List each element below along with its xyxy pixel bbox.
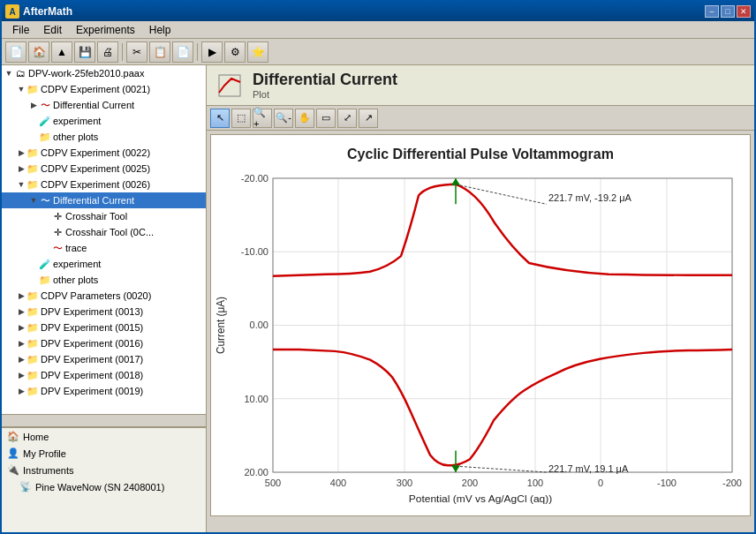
crosshair1-icon: ✛ (51, 210, 64, 222)
diffcurrent1-icon: 〜 (39, 99, 51, 111)
sidebar-scrollbar-h[interactable] (2, 414, 206, 426)
cdpvparams-label: CDPV Parameters (0020) (41, 290, 151, 301)
trace1-label: trace (65, 243, 87, 253)
dpv0016-icon: 📁 (26, 337, 39, 350)
dpv0013-label: DPV Experiment (0013) (41, 306, 143, 317)
toolbar-btn-new[interactable]: 📄 (5, 41, 26, 63)
tree-otherplots1[interactable]: 📁 other plots (2, 129, 206, 145)
plot-subtitle: Plot (253, 89, 397, 100)
tree-dpv0017[interactable]: ▶ 📁 DPV Experiment (0017) (2, 351, 206, 367)
plot-toolbar: ↖ ⬚ 🔍+ 🔍- ✋ ▭ ⤢ ↗ (207, 106, 754, 131)
trace1-icon: 〜 (51, 242, 64, 254)
cdpv0021-icon: 📁 (26, 83, 39, 95)
toolbar-sep-2 (197, 43, 198, 61)
y-tick: 20.00 (245, 467, 268, 478)
tree-dpv0013[interactable]: ▶ 📁 DPV Experiment (0013) (2, 304, 206, 320)
tree-root[interactable]: ▼ 🗂 DPV-work-25feb2010.paax (2, 65, 206, 81)
x-axis-label: Potential (mV vs Ag/AgCl (aq)) (409, 493, 553, 505)
cdpv0021-label: CDPV Experiment (0021) (41, 84, 150, 94)
y-axis-label: Current (μA) (215, 297, 227, 354)
root-expand-icon: ▼ (4, 68, 14, 79)
dpv0015-icon: 📁 (26, 321, 39, 334)
tree-otherplots2[interactable]: 📁 other plots (2, 272, 206, 288)
menu-help[interactable]: Help (142, 22, 178, 38)
dpv0015-label: DPV Experiment (0015) (41, 322, 143, 333)
crosshair1-label: Crosshair Tool (65, 211, 127, 222)
menu-file[interactable]: File (5, 22, 36, 38)
crosshair1-expand (41, 211, 51, 222)
sidebar-myprofile[interactable]: 👤 My Profile (2, 445, 206, 462)
main-toolbar: 📄 🏠 ▲ 💾 🖨 ✂ 📋 📄 ▶ ⚙ ⭐ (2, 39, 754, 65)
y-tick: -10.00 (241, 246, 268, 257)
toolbar-btn-run[interactable]: ▶ (201, 41, 223, 63)
tree-dpv0016[interactable]: ▶ 📁 DPV Experiment (0016) (2, 335, 206, 351)
toolbar-btn-settings[interactable]: ⚙ (224, 41, 246, 63)
toolbar-btn-print[interactable]: 🖨 (97, 41, 118, 63)
minimize-button[interactable]: – (705, 5, 719, 18)
window-controls: – □ ✕ (705, 5, 751, 18)
sidebar: ▼ 🗂 DPV-work-25feb2010.paax ▼ 📁 CDPV Exp… (2, 65, 207, 532)
toolbar-sep-1 (122, 43, 123, 61)
otherplots2-icon: 📁 (39, 274, 51, 286)
instruments-icon: 🔌 (7, 464, 19, 476)
tree-cdpv0021[interactable]: ▼ 📁 CDPV Experiment (0021) (2, 81, 206, 97)
toolbar-btn-extra[interactable]: ⭐ (247, 41, 268, 63)
maximize-button[interactable]: □ (721, 5, 735, 18)
plot-tool-pan[interactable]: ✋ (295, 109, 314, 128)
plot-tool-zoom-out[interactable]: 🔍- (274, 109, 293, 128)
crosshair2-expand (41, 227, 51, 237)
bottom-annotation-text: 221.7 mV, 19.1 μA (548, 463, 629, 474)
sidebar-home[interactable]: 🏠 Home (2, 428, 206, 445)
tree-dpv0015[interactable]: ▶ 📁 DPV Experiment (0015) (2, 320, 206, 335)
diffcurrent2-label: Differential Current (53, 195, 134, 206)
tree-diffcurrent1[interactable]: ▶ 〜 Differential Current (2, 97, 206, 113)
toolbar-btn-cut[interactable]: ✂ (126, 41, 147, 63)
main-area: ▼ 🗂 DPV-work-25feb2010.paax ▼ 📁 CDPV Exp… (2, 65, 754, 532)
diffcurrent2-icon: 〜 (39, 194, 51, 207)
tree-experiment2[interactable]: 🧪 experiment (2, 256, 206, 272)
close-button[interactable]: ✕ (737, 5, 751, 18)
plot-tool-rect[interactable]: ▭ (316, 109, 336, 128)
window-title: AfterMath (23, 5, 72, 18)
plot-tool-zoom-in[interactable]: 🔍+ (253, 109, 272, 128)
menu-edit[interactable]: Edit (36, 22, 69, 38)
diffcurrent1-expand: ▶ (28, 100, 39, 110)
cdpv0022-label: CDPV Experiment (0022) (41, 147, 150, 158)
menu-experiments[interactable]: Experiments (69, 22, 142, 38)
bottom-scrollbar[interactable] (207, 520, 754, 532)
toolbar-btn-up[interactable]: ▲ (51, 41, 72, 63)
x-tick: 100 (527, 478, 543, 488)
plot-tool-cursor[interactable]: ↖ (210, 109, 230, 128)
plot-tool-fit[interactable]: ⤢ (337, 109, 357, 128)
tree-crosshair2[interactable]: ✛ Crosshair Tool (0C... (2, 224, 206, 240)
dpv0016-label: DPV Experiment (0016) (41, 338, 143, 349)
tree-cdpvparams[interactable]: ▶ 📁 CDPV Parameters (0020) (2, 288, 206, 304)
toolbar-btn-copy[interactable]: 📋 (149, 41, 170, 63)
toolbar-btn-save[interactable]: 💾 (74, 41, 95, 63)
tree-trace1[interactable]: 〜 trace (2, 240, 206, 256)
chart-container: Cyclic Differential Pulse Voltammogram (210, 134, 751, 516)
dpv0018-label: DPV Experiment (0018) (41, 370, 143, 380)
tree-cdpv0022[interactable]: ▶ 📁 CDPV Experiment (0022) (2, 145, 206, 161)
toolbar-btn-paste[interactable]: 📄 (172, 41, 193, 63)
instruments-label: Instruments (23, 465, 73, 476)
tree-dpv0019[interactable]: ▶ 📁 DPV Experiment (0019) (2, 383, 206, 399)
sidebar-bottom: 🏠 Home 👤 My Profile 🔌 Instruments 📡 Pine… (2, 426, 206, 532)
sidebar-instruments[interactable]: 🔌 Instruments (2, 462, 206, 478)
plot-tool-export[interactable]: ↗ (359, 109, 378, 128)
x-tick: 300 (397, 478, 412, 488)
tree-experiment1[interactable]: 🧪 experiment (2, 113, 206, 129)
exp1-icon: 🧪 (39, 115, 51, 127)
plot-title: Differential Current (253, 71, 397, 89)
tree-cdpv0026[interactable]: ▼ 📁 CDPV Experiment (0026) (2, 177, 206, 192)
tree-crosshair1[interactable]: ✛ Crosshair Tool (2, 208, 206, 224)
sidebar-pinewaveNow[interactable]: 📡 Pine WaveNow (SN 2408001) (2, 478, 206, 495)
otherplots1-label: other plots (53, 132, 98, 142)
plot-tool-select[interactable]: ⬚ (231, 109, 251, 128)
cdpv0025-label: CDPV Experiment (0025) (41, 163, 150, 174)
exp2-icon: 🧪 (39, 258, 51, 270)
toolbar-btn-home[interactable]: 🏠 (28, 41, 49, 63)
tree-cdpv0025[interactable]: ▶ 📁 CDPV Experiment (0025) (2, 161, 206, 177)
tree-diffcurrent2[interactable]: ▼ 〜 Differential Current (2, 192, 206, 208)
tree-dpv0018[interactable]: ▶ 📁 DPV Experiment (0018) (2, 367, 206, 383)
